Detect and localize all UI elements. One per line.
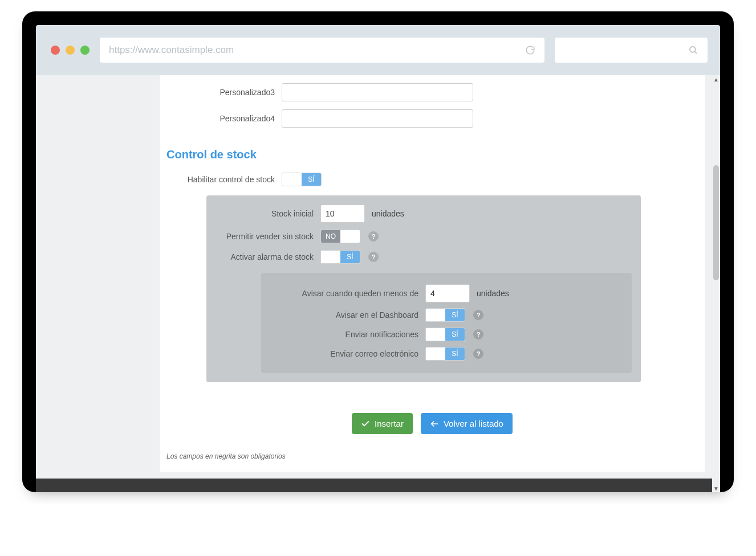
toggle-stock-alarm[interactable]: SÍ bbox=[320, 250, 360, 264]
label-alarm-dashboard: Avisar en el Dashboard bbox=[283, 310, 425, 320]
toggle-on-text: SÍ bbox=[302, 173, 321, 186]
scroll-down-icon[interactable]: ▼ bbox=[712, 484, 720, 492]
svg-point-0 bbox=[690, 47, 696, 52]
alarm-subpanel: Avisar cuando queden menos de unidades A… bbox=[261, 273, 632, 373]
label-custom3: Personalizado3 bbox=[166, 88, 282, 97]
page-footer-bar bbox=[36, 479, 712, 492]
stock-panel: Stock inicial unidades Permitir vender s… bbox=[206, 195, 641, 382]
row-alarm-email: Enviar correo electrónico SÍ ? bbox=[283, 347, 610, 361]
address-bar[interactable]: https://www.contasimple.com bbox=[100, 38, 544, 63]
action-row: Insertar Volver al listado bbox=[166, 413, 698, 434]
help-icon[interactable]: ? bbox=[473, 310, 483, 320]
input-initial-stock[interactable] bbox=[320, 205, 365, 223]
check-icon bbox=[361, 419, 370, 428]
row-initial-stock: Stock inicial unidades bbox=[216, 205, 632, 223]
footnote: Los campos en negrita son obligatorios bbox=[166, 452, 698, 460]
toggle-on-text: SÍ bbox=[445, 328, 465, 341]
window-min-icon[interactable] bbox=[66, 46, 75, 55]
label-custom4: Personalizado4 bbox=[166, 114, 282, 123]
row-custom4: Personalizado4 bbox=[166, 109, 698, 128]
toggle-alarm-dashboard[interactable]: SÍ bbox=[425, 308, 465, 322]
label-alarm-email: Enviar correo electrónico bbox=[283, 349, 425, 358]
help-icon[interactable]: ? bbox=[368, 252, 379, 262]
back-button-label: Volver al listado bbox=[444, 419, 503, 428]
label-alarm-threshold: Avisar cuando queden menos de bbox=[283, 289, 425, 298]
toggle-sell-without-stock[interactable]: NO bbox=[320, 230, 360, 243]
toggle-off-text: NO bbox=[321, 230, 340, 243]
row-stock-alarm: Activar alarma de stock SÍ ? bbox=[216, 250, 632, 264]
window-max-icon[interactable] bbox=[80, 46, 90, 55]
input-custom4[interactable] bbox=[282, 109, 473, 128]
scrollbar[interactable]: ▲ ▼ bbox=[712, 75, 720, 492]
svg-line-1 bbox=[694, 51, 697, 54]
browser-chrome: https://www.contasimple.com bbox=[36, 25, 720, 75]
back-button[interactable]: Volver al listado bbox=[421, 413, 513, 434]
traffic-lights bbox=[51, 46, 90, 55]
insert-button[interactable]: Insertar bbox=[352, 413, 413, 434]
row-sell-without-stock: Permitir vender sin stock NO ? bbox=[216, 230, 632, 243]
units-threshold: unidades bbox=[477, 289, 509, 298]
toggle-enable-stock[interactable]: SÍ bbox=[282, 173, 322, 186]
browser-viewport: Personalizado3 Personalizado4 Control de… bbox=[36, 75, 720, 492]
device-frame: https://www.contasimple.com Personalizad… bbox=[22, 11, 734, 492]
input-custom3[interactable] bbox=[282, 83, 473, 101]
row-alarm-threshold: Avisar cuando queden menos de unidades bbox=[283, 284, 610, 302]
help-icon[interactable]: ? bbox=[473, 349, 483, 359]
label-initial-stock: Stock inicial bbox=[216, 209, 320, 218]
scroll-thumb[interactable] bbox=[713, 165, 719, 280]
insert-button-label: Insertar bbox=[375, 419, 404, 428]
window-close-icon[interactable] bbox=[51, 46, 60, 55]
search-box[interactable] bbox=[555, 38, 708, 63]
address-url: https://www.contasimple.com bbox=[109, 44, 519, 56]
toggle-on-text: SÍ bbox=[340, 251, 360, 263]
label-alarm-notify: Enviar notificaciones bbox=[283, 330, 425, 339]
units-initial: unidades bbox=[372, 209, 404, 218]
row-custom3: Personalizado3 bbox=[166, 83, 698, 101]
label-sell-without-stock: Permitir vender sin stock bbox=[216, 232, 320, 241]
help-icon[interactable]: ? bbox=[368, 231, 379, 242]
content-panel: Personalizado3 Personalizado4 Control de… bbox=[159, 75, 705, 472]
toggle-alarm-notify[interactable]: SÍ bbox=[425, 328, 465, 341]
refresh-icon[interactable] bbox=[525, 45, 535, 55]
scroll-up-icon[interactable]: ▲ bbox=[712, 75, 720, 83]
toggle-on-text: SÍ bbox=[445, 348, 465, 360]
label-enable-stock: Habilitar control de stock bbox=[166, 175, 282, 184]
row-enable-stock: Habilitar control de stock SÍ bbox=[166, 173, 698, 186]
row-alarm-notify: Enviar notificaciones SÍ ? bbox=[283, 328, 610, 341]
help-icon[interactable]: ? bbox=[473, 329, 483, 340]
search-icon bbox=[688, 45, 698, 55]
toggle-on-text: SÍ bbox=[445, 309, 465, 321]
toggle-alarm-email[interactable]: SÍ bbox=[425, 347, 465, 361]
label-stock-alarm: Activar alarma de stock bbox=[216, 252, 320, 261]
arrow-left-icon bbox=[430, 419, 439, 428]
input-alarm-threshold[interactable] bbox=[425, 284, 470, 302]
section-title-stock: Control de stock bbox=[166, 148, 698, 161]
row-alarm-dashboard: Avisar en el Dashboard SÍ ? bbox=[283, 308, 610, 322]
